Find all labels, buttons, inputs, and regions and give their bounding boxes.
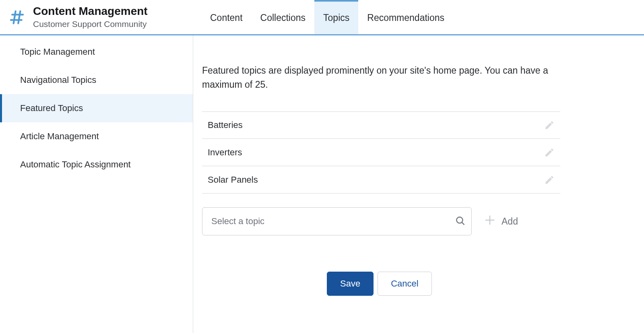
sidebar-item-featured-topics[interactable]: Featured Topics <box>0 94 193 122</box>
topic-name: Solar Panels <box>208 175 258 185</box>
pencil-icon[interactable] <box>544 175 555 185</box>
cancel-button[interactable]: Cancel <box>378 272 431 296</box>
select-topic-input[interactable] <box>202 207 472 235</box>
tab-topics[interactable]: Topics <box>314 0 358 34</box>
save-button[interactable]: Save <box>327 272 374 296</box>
sidebar-item-automatic-topic-assignment[interactable]: Automatic Topic Assignment <box>0 151 193 179</box>
tab-recommendations[interactable]: Recommendations <box>358 0 453 34</box>
topic-select <box>202 207 472 235</box>
header-left: Content Management Customer Support Comm… <box>0 0 193 34</box>
page-subtitle: Customer Support Community <box>33 19 148 29</box>
sidebar-item-topic-management[interactable]: Topic Management <box>0 38 193 66</box>
svg-line-3 <box>18 11 20 23</box>
main-panel: Featured topics are displayed prominentl… <box>193 35 644 333</box>
add-topic-button[interactable]: Add <box>484 214 518 229</box>
featured-topics-list: Batteries Inverters Solar Panels <box>202 111 560 194</box>
description-text: Featured topics are displayed prominentl… <box>202 64 564 91</box>
pencil-icon[interactable] <box>544 147 555 158</box>
pencil-icon[interactable] <box>544 120 555 130</box>
add-label: Add <box>502 216 518 227</box>
body: Topic Management Navigational Topics Fea… <box>0 35 644 333</box>
header-tabs: Content Collections Topics Recommendatio… <box>193 0 453 34</box>
sidebar: Topic Management Navigational Topics Fea… <box>0 35 193 333</box>
topic-row: Inverters <box>202 139 560 166</box>
topic-name: Batteries <box>208 120 243 130</box>
topic-row: Solar Panels <box>202 166 560 194</box>
topic-name: Inverters <box>208 147 242 158</box>
header-titles: Content Management Customer Support Comm… <box>33 5 148 29</box>
topic-row: Batteries <box>202 111 560 139</box>
search-icon[interactable] <box>455 215 465 227</box>
select-topic-row: Add <box>202 207 560 235</box>
header-bar: Content Management Customer Support Comm… <box>0 0 644 35</box>
action-buttons: Save Cancel <box>327 272 608 296</box>
tab-collections[interactable]: Collections <box>252 0 315 34</box>
plus-icon <box>484 214 496 229</box>
tab-content[interactable]: Content <box>201 0 252 34</box>
svg-line-5 <box>462 223 464 225</box>
sidebar-item-article-management[interactable]: Article Management <box>0 122 193 151</box>
hash-icon <box>8 8 26 26</box>
svg-line-2 <box>14 11 16 23</box>
sidebar-item-navigational-topics[interactable]: Navigational Topics <box>0 66 193 94</box>
page-title: Content Management <box>33 5 148 18</box>
